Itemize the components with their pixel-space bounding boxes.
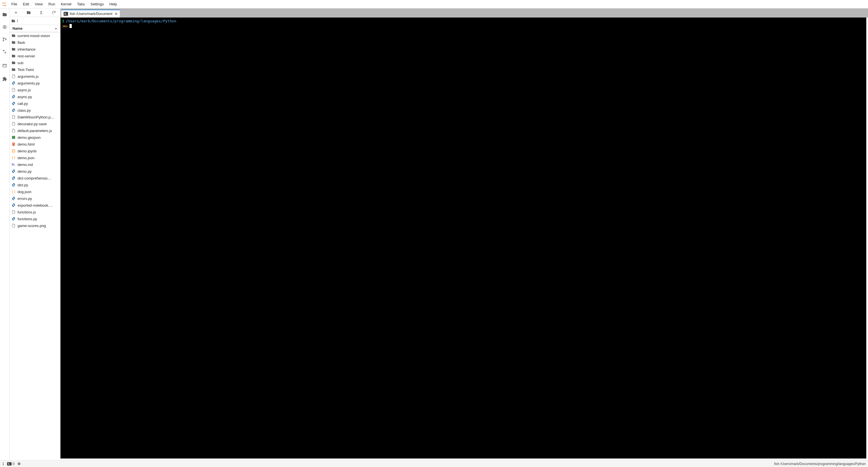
breadcrumb-root[interactable]: / <box>17 19 18 23</box>
file-item[interactable]: demo.html <box>10 141 60 148</box>
file-item[interactable]: class.py <box>10 107 60 114</box>
file-icon <box>11 74 16 79</box>
file-item[interactable]: flask <box>10 39 60 46</box>
file-item-label: exported-notebook.… <box>18 203 53 207</box>
python-icon <box>11 101 16 106</box>
terminal-icon: $_ <box>64 12 68 16</box>
file-item[interactable]: current-mood-vision <box>10 32 60 39</box>
file-item-label: demo.html <box>18 142 35 146</box>
python-icon <box>11 196 16 201</box>
svg-point-6 <box>5 39 6 40</box>
file-icon <box>11 122 16 126</box>
tab-terminal[interactable]: $_ fish /Users/mark/Document <box>61 10 120 18</box>
markdown-icon: M↓ <box>11 162 16 167</box>
terminal[interactable]: I /Users/mark/Documents/programming/lang… <box>60 18 866 459</box>
python-icon <box>11 169 16 174</box>
file-item[interactable]: sub <box>10 59 60 66</box>
file-item[interactable]: DaleWilsonPython.p… <box>10 114 60 120</box>
new-folder-button[interactable] <box>24 8 33 17</box>
svg-point-5 <box>3 40 4 41</box>
svg-rect-7 <box>3 64 6 67</box>
file-item-label: decorator.py-save <box>18 122 46 126</box>
new-launcher-button[interactable] <box>11 8 20 17</box>
file-item[interactable]: M↓demo.md <box>10 161 60 168</box>
status-settings[interactable] <box>17 462 21 466</box>
filebrowser-name-header[interactable]: Name <box>10 25 60 32</box>
file-item[interactable]: inheritance <box>10 46 60 53</box>
upload-button[interactable] <box>37 8 45 17</box>
python-icon <box>11 81 16 85</box>
file-item-label: demo.ipynb <box>18 149 36 153</box>
file-item[interactable]: demo.json <box>10 154 60 161</box>
file-item[interactable]: async.py <box>10 93 60 100</box>
terminal-icon: $_ <box>7 462 11 466</box>
file-item[interactable]: demo.ipynb <box>10 148 60 154</box>
breadcrumb[interactable]: / <box>10 17 60 25</box>
python-icon <box>11 176 16 180</box>
file-item[interactable]: dog.json <box>10 188 60 195</box>
refresh-button[interactable] <box>50 8 58 17</box>
close-icon[interactable] <box>114 12 118 16</box>
file-item[interactable]: functions.py <box>10 215 60 222</box>
file-item[interactable]: arguments.js <box>10 73 60 80</box>
file-icon <box>11 115 16 119</box>
folder-icon[interactable] <box>1 10 9 19</box>
file-item[interactable]: dict.py <box>10 181 60 188</box>
file-item[interactable]: arguments.py <box>10 80 60 87</box>
tab-bar: $_ fish /Users/mark/Document <box>60 8 868 18</box>
menu-edit[interactable]: Edit <box>20 0 32 8</box>
menu-help[interactable]: Help <box>106 0 120 8</box>
menu-kernel[interactable]: Kernel <box>58 0 74 8</box>
notebook-icon <box>11 149 16 153</box>
file-item-label: functions.js <box>18 210 36 214</box>
menu-settings[interactable]: Settings <box>88 0 106 8</box>
file-item-label: async.py <box>18 95 32 99</box>
menu-run[interactable]: Run <box>45 0 58 8</box>
geojson-icon <box>11 135 16 140</box>
file-item[interactable]: decorator.py-save <box>10 120 60 127</box>
file-item[interactable]: Text-Twist <box>10 66 60 73</box>
svg-rect-9 <box>19 463 20 464</box>
file-item[interactable]: demo.py <box>10 168 60 175</box>
svg-rect-8 <box>19 463 20 465</box>
file-item-label: Text-Twist <box>18 67 34 72</box>
menu-tabs[interactable]: Tabs <box>74 0 88 8</box>
file-item[interactable]: errors.py <box>10 195 60 202</box>
menu-view[interactable]: View <box>32 0 45 8</box>
terminal-cursor <box>69 24 72 28</box>
svg-point-4 <box>3 38 4 39</box>
menu-file[interactable]: File <box>8 0 20 8</box>
status-tab-count[interactable]: 1 <box>2 462 4 466</box>
file-item-label: class.py <box>18 108 31 113</box>
html-icon <box>11 142 16 146</box>
file-item-label: DaleWilsonPython.p… <box>18 115 54 119</box>
tabs-icon[interactable] <box>1 61 9 69</box>
file-item[interactable]: demo.geojson <box>10 134 60 141</box>
git-icon[interactable] <box>1 35 9 43</box>
file-item[interactable]: rest-server <box>10 53 60 59</box>
file-item[interactable]: default-parameters.js <box>10 127 60 134</box>
file-item[interactable]: functions.js <box>10 209 60 215</box>
svg-point-1 <box>6 5 6 6</box>
python-icon <box>11 108 16 113</box>
svg-point-0 <box>3 2 3 3</box>
status-terminals[interactable]: $_0 <box>7 462 15 466</box>
folder-icon <box>11 33 16 38</box>
file-item[interactable]: game-scores.png <box>10 222 60 229</box>
file-item-label: demo.geojson <box>18 136 41 140</box>
sort-asc-icon <box>55 27 57 30</box>
file-item-label: async.js <box>18 88 31 92</box>
folder-icon <box>11 40 16 45</box>
settings-gears-icon[interactable] <box>1 48 9 56</box>
file-item[interactable]: call.py <box>10 100 60 107</box>
file-item-label: default-parameters.js <box>18 128 52 133</box>
file-item-label: demo.json <box>18 156 34 160</box>
file-item-label: game-scores.png <box>18 224 46 228</box>
file-icon <box>11 88 16 92</box>
extension-icon[interactable] <box>1 75 9 83</box>
file-item[interactable]: exported-notebook.… <box>10 202 60 209</box>
file-item[interactable]: async.js <box>10 87 60 93</box>
running-icon[interactable] <box>1 23 9 31</box>
file-item-label: errors.py <box>18 197 32 201</box>
file-item[interactable]: dict-comprehensio… <box>10 175 60 181</box>
